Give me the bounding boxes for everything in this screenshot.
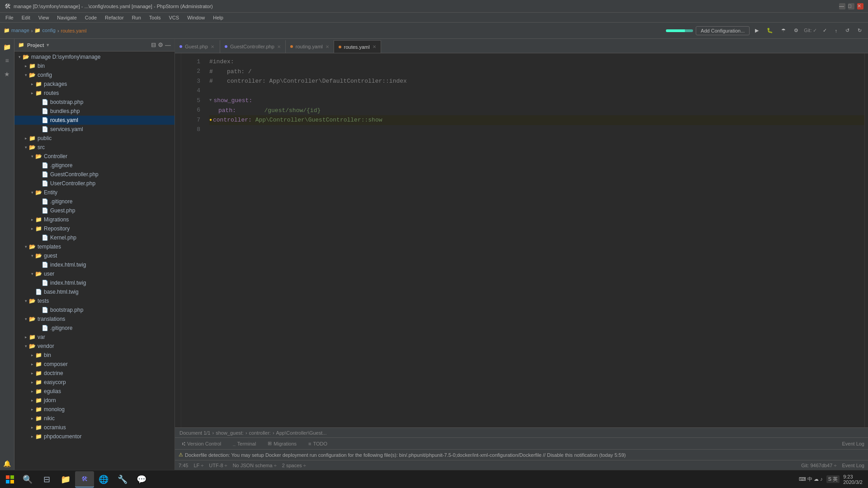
undo-button[interactable]: ↺ [843,26,852,35]
tree-item-services-yaml[interactable]: 📄 services.yaml [14,125,175,134]
tree-item-easycorp[interactable]: ▸ 📁 easycorp [14,378,175,387]
activity-structure[interactable]: ≡ [1,54,14,67]
taskbar-browser[interactable]: 🌐 [94,471,113,488]
tree-item-gitignore-ctrl[interactable]: 📄 .gitignore [14,161,175,170]
menu-navigate[interactable]: Navigate [53,14,80,21]
right-scrollbar-indicator[interactable] [864,53,868,427]
tree-item-routes-yaml[interactable]: 📄 routes.yaml [14,116,175,125]
activity-favorites[interactable]: ★ [1,68,14,80]
menu-window[interactable]: Window [184,14,208,21]
tab-guest-php[interactable]: Guest.php ✕ [175,40,220,53]
tree-item-gitignore-entity[interactable]: 📄 .gitignore [14,197,175,206]
tree-item-controller[interactable]: ▾ 📂 Controller [14,152,175,161]
file-tree[interactable]: ▾ 📂 manage D:\symfony\manage ▸ 📁 bin ▾ 📂… [14,52,175,470]
git-push-button[interactable]: ↑ [832,27,840,35]
coverage-button[interactable]: ☂ [778,26,788,35]
tree-item-index-twig-guest[interactable]: 📄 index.html.twig [14,260,175,269]
tree-item-ocramius[interactable]: ▸ 📁 ocramius [14,423,175,432]
breadcrumb-file[interactable]: routes.yaml [61,28,87,33]
tree-item-nikic[interactable]: ▸ 📁 nikic [14,414,175,423]
panel-header-icons[interactable]: ⊟ ⚙ — [151,42,171,48]
tab-close-routes[interactable]: ✕ [373,44,376,49]
tree-item-src[interactable]: ▾ 📂 src [14,143,175,152]
tree-item-repository[interactable]: ▸ 📁 Repository [14,224,175,233]
activity-event-log[interactable]: 🔔 [1,457,14,470]
tree-item-bin[interactable]: ▸ 📁 bin [14,61,175,70]
tree-item-index-twig-user[interactable]: 📄 index.html.twig [14,278,175,287]
tree-item-tests[interactable]: ▾ 📂 tests [14,296,175,305]
tree-item-guestcontroller[interactable]: 📄 GuestController.php [14,170,175,179]
taskbar-taskview[interactable]: ⊟ [37,471,56,488]
tree-item-kernel-php[interactable]: 📄 Kernel.php [14,233,175,242]
taskbar-phpstorm[interactable]: 🛠 [75,471,94,488]
run-button[interactable]: ▶ [752,26,761,35]
taskbar-app-4[interactable]: 💬 [132,471,151,488]
activity-project[interactable]: 📁 [1,41,14,53]
tab-routes-yaml[interactable]: routes.yaml ✕ [334,40,381,53]
tree-item-translations[interactable]: ▾ 📂 translations [14,314,175,324]
tree-item-bundles-php[interactable]: 📄 bundles.php [14,107,175,116]
tree-item-guest-php[interactable]: 📄 Guest.php [14,206,175,215]
debug-button[interactable]: 🐛 [764,26,776,35]
menu-refactor[interactable]: Refactor [101,14,127,21]
tab-version-control[interactable]: ⑆ Version Control [177,438,226,449]
tree-item-bootstrap-php[interactable]: 📄 bootstrap.php [14,98,175,107]
tree-item-entity[interactable]: ▾ 📂 Entity [14,188,175,197]
breadcrumb-config[interactable]: 📁 config [34,28,55,33]
tree-item-templates[interactable]: ▾ 📂 templates [14,242,175,251]
redo-button[interactable]: ↻ [855,26,864,35]
collapse-all-icon[interactable]: ⊟ [151,42,156,48]
tree-item-vendor-bin[interactable]: ▸ 📁 bin [14,351,175,360]
tree-item-doctrine[interactable]: ▸ 📁 doctrine [14,369,175,378]
title-bar-controls[interactable]: — □ ✕ [839,3,863,9]
event-log-status[interactable]: Event Log [842,463,864,468]
menu-tools[interactable]: Tools [146,14,165,21]
tree-item-base-twig[interactable]: 📄 base.html.twig [14,287,175,296]
taskbar-explorer[interactable]: 📁 [56,471,75,488]
maximize-button[interactable]: □ [848,3,854,9]
menu-file[interactable]: File [2,14,17,21]
tree-item-guest-folder[interactable]: ▾ 📂 guest [14,251,175,260]
tree-item-bootstrap-tests[interactable]: 📄 bootstrap.php [14,305,175,314]
minimize-button[interactable]: — [839,3,845,9]
code-area[interactable]: #index: # path: / # controller: App\Cont… [204,53,864,427]
menu-run[interactable]: Run [128,14,145,21]
start-button[interactable] [2,471,18,488]
tab-terminal[interactable]: _ Terminal [227,438,261,449]
tab-routing-yaml[interactable]: routing.yaml ✕ [286,40,334,53]
menu-vcs[interactable]: VCS [165,14,183,21]
settings-icon[interactable]: ⚙ [158,42,163,48]
editor-content[interactable]: 1 2 3 4 5 6 7 8 #index: # path: / [175,53,868,427]
tree-item-migrations[interactable]: ▸ 📁 Migrations [14,215,175,224]
hide-panel-icon[interactable]: — [165,42,171,48]
menu-code[interactable]: Code [81,14,100,21]
status-git[interactable]: Git: 9467db47 ÷ [801,463,836,468]
tree-item-gitignore-trans[interactable]: 📄 .gitignore [14,324,175,333]
tree-item-config[interactable]: ▾ 📂 config [14,70,175,80]
tree-item-manage[interactable]: ▾ 📂 manage D:\symfony\manage [14,52,175,61]
taskbar-search[interactable]: 🔍 [18,471,37,488]
tab-close-guest[interactable]: ✕ [211,44,214,49]
tab-close-guestcontroller[interactable]: ✕ [277,44,281,49]
event-log-button[interactable]: Event Log [842,441,864,446]
git-check-button[interactable]: ✓ [820,26,830,35]
add-configuration-button[interactable]: Add Configuration... [696,26,750,35]
tab-guestcontroller-php[interactable]: GuestController.php ✕ [220,40,286,53]
tree-item-routes[interactable]: ▸ 📁 routes [14,89,175,98]
tree-item-vendor[interactable]: ▾ 📂 vendor [14,342,175,351]
close-button[interactable]: ✕ [857,3,863,9]
tree-item-composer[interactable]: ▸ 📁 composer [14,360,175,369]
tab-todo[interactable]: ≡ TODO [303,438,333,449]
tree-item-packages[interactable]: ▸ 📁 packages [14,80,175,89]
toolbar-build[interactable]: ⚙ [791,26,801,35]
menu-view[interactable]: View [35,14,53,21]
tree-item-egulias[interactable]: ▸ 📁 egulias [14,387,175,396]
tree-item-public[interactable]: ▸ 📁 public [14,134,175,143]
menu-help[interactable]: Help [209,14,227,21]
tree-item-var[interactable]: ▸ 📁 var [14,333,175,342]
tree-item-usercontroller[interactable]: 📄 UserController.php [14,179,175,188]
tree-item-jdorn[interactable]: ▸ 📁 jdorn [14,396,175,405]
tree-item-monolog[interactable]: ▸ 📁 monolog [14,405,175,414]
tab-close-routing[interactable]: ✕ [326,44,329,49]
tree-item-user-folder[interactable]: ▾ 📂 user [14,269,175,278]
